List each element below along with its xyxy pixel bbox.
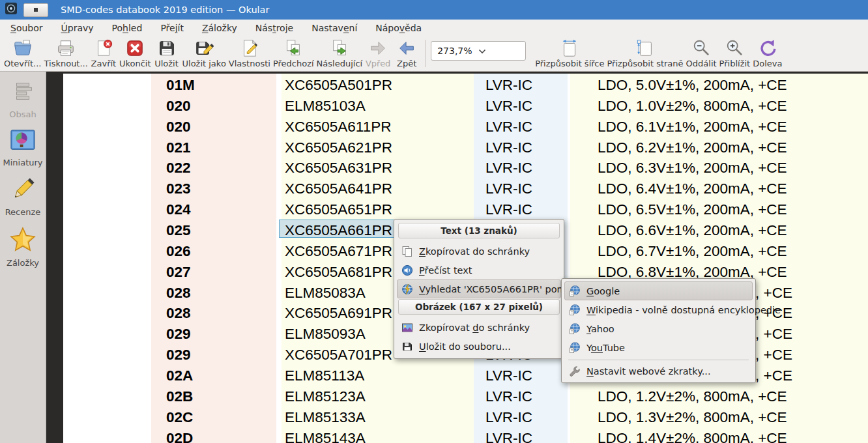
previous-page-button[interactable]: Předchozí <box>272 36 315 68</box>
titlebar-widget-button[interactable] <box>23 3 48 17</box>
fit-page-icon <box>635 38 655 58</box>
zoom-out-icon <box>691 38 711 58</box>
table-row: 01MXC6505A501PRLVR-ICLDO, 5.0V±1%, 200mA… <box>63 75 868 96</box>
save-as-icon <box>194 38 214 58</box>
table-row: 024XC6505A651PRLVR-ICLDO, 6.5V±1%, 200mA… <box>63 199 868 220</box>
chevron-down-icon <box>478 46 519 56</box>
save-image-menu-item[interactable]: Uložit do souboru... <box>397 337 561 356</box>
back-icon <box>397 38 416 58</box>
fit-page-button[interactable]: Přizpůsobit straně <box>605 36 684 68</box>
globe-icon <box>569 304 581 316</box>
sidebar-item-thumbnails[interactable]: Miniatury <box>3 128 42 167</box>
zoom-in-icon <box>725 38 744 58</box>
menu-zalozky[interactable]: Záložky <box>193 21 246 35</box>
contents-icon <box>9 78 36 107</box>
search-with-menu-item[interactable]: Vyhledat 'XC6505A661PR' pomocí › <box>397 279 561 298</box>
context-menu: Text (13 znaků) Zkopírovat do schránky P… <box>394 219 564 359</box>
back-button[interactable]: Zpět <box>392 36 421 68</box>
next-page-button[interactable]: Následující <box>315 36 364 68</box>
zoom-in-button[interactable]: Přiblížit <box>718 36 752 68</box>
wrench-icon <box>569 365 581 377</box>
review-pencil-icon <box>9 176 36 205</box>
forward-button[interactable]: Vpřed <box>364 36 392 68</box>
context-menu-image-header: Obrázek (167 x 27 pixelů) <box>398 299 560 315</box>
toolbar-separator <box>425 40 426 67</box>
menu-upravy[interactable]: Úpravy <box>52 21 103 35</box>
print-button[interactable]: Tisknout... <box>42 36 89 68</box>
sidebar-item-bookmarks[interactable]: Záložky <box>7 225 39 268</box>
save-button[interactable]: Uložit <box>152 36 181 68</box>
context-menu-text-header: Text (13 znaků) <box>398 223 560 238</box>
rotate-left-button[interactable]: Doleva <box>751 36 783 68</box>
menu-prejit[interactable]: Přejít <box>151 21 193 35</box>
copy-image-menu-item[interactable]: Zkopírovat do schránky <box>397 318 561 337</box>
properties-button[interactable]: Vlastnosti <box>227 36 272 68</box>
table-row: 020XC6505A611PRLVR-ICLDO, 6.1V±1%, 200mA… <box>63 117 868 137</box>
close-document-button[interactable]: Zavřít <box>89 36 118 68</box>
zoom-out-button[interactable]: Oddálit <box>685 36 718 68</box>
zoom-level-value: 273,7% <box>437 46 478 56</box>
okular-app-icon <box>5 2 18 18</box>
bookmarks-star-icon <box>8 225 37 256</box>
save-as-button[interactable]: Uložit jako <box>181 36 227 68</box>
web-search-icon <box>401 283 413 295</box>
table-row: 023XC6505A641PRLVR-ICLDO, 6.4V±1%, 200mA… <box>63 179 868 199</box>
table-row: 020ELM85103ALVR-ICLDO, 1.0V±2%, 800mA, +… <box>63 96 868 117</box>
menu-napoveda[interactable]: Nápověda <box>366 21 431 35</box>
globe-icon <box>569 285 581 297</box>
globe-icon <box>569 323 581 335</box>
table-row: 021XC6505A621PRLVR-ICLDO, 6.2V±1%, 200mA… <box>63 137 868 158</box>
search-submenu: Google Wikipedia - volně dostupná encykl… <box>561 278 756 383</box>
search-yahoo-menu-item[interactable]: Yahoo <box>564 319 753 338</box>
search-youtube-menu-item[interactable]: YouTube <box>564 338 753 357</box>
save-file-icon <box>401 341 413 352</box>
menu-pohled[interactable]: Pohled <box>103 21 152 35</box>
sidebar: Obsah Miniatury Recenze Záložky <box>0 72 46 443</box>
sidebar-item-reviews[interactable]: Recenze <box>5 176 41 217</box>
fit-width-icon <box>560 38 579 58</box>
zoom-level-select[interactable]: 273,7% <box>431 41 526 61</box>
titlebar: SMD-codes databook 2019 edition — Okular <box>0 0 868 20</box>
globe-icon <box>569 342 581 354</box>
speaker-icon <box>401 264 413 276</box>
window-title: SMD-codes databook 2019 edition — Okular <box>61 5 269 15</box>
search-wikipedia-menu-item[interactable]: Wikipedia - volně dostupná encyklopedie <box>564 300 753 319</box>
properties-icon <box>240 38 259 58</box>
copy-text-menu-item[interactable]: Zkopírovat do schránky <box>397 242 561 261</box>
open-icon <box>13 38 33 58</box>
toolbar: Otevřít... Tisknout... Zavřít Ukončit Ul… <box>0 36 868 72</box>
table-row: 022XC6505A631PRLVR-ICLDO, 6.3V±1%, 200mA… <box>63 158 868 179</box>
image-icon <box>401 322 413 334</box>
forward-icon <box>368 38 388 58</box>
copy-icon <box>401 246 413 257</box>
print-icon <box>56 38 76 58</box>
previous-page-icon <box>283 38 303 58</box>
save-icon <box>157 38 177 58</box>
search-google-menu-item[interactable]: Google <box>564 281 753 300</box>
quit-icon <box>125 38 145 58</box>
sidebar-item-contents[interactable]: Obsah <box>9 78 36 119</box>
selected-text: XC6505A661PR <box>285 220 392 241</box>
rotate-left-icon <box>758 38 777 58</box>
speak-text-menu-item[interactable]: Přečíst text <box>397 261 561 279</box>
menu-nastaveni[interactable]: Nastavení <box>302 21 366 35</box>
menu-nastroje[interactable]: Nástroje <box>246 21 302 35</box>
menu-soubor[interactable]: Soubor <box>1 21 52 35</box>
fit-width-button[interactable]: Přizpůsobit šířce <box>534 36 605 68</box>
open-button[interactable]: Otevřít... <box>3 36 42 68</box>
quit-button[interactable]: Ukončit <box>118 36 152 68</box>
close-document-icon <box>94 38 113 58</box>
table-row: 02DELM85143ALVR-ICLDO, 1.4V±2%, 800mA, +… <box>63 428 868 443</box>
configure-web-shortcuts-menu-item[interactable]: Nastavit webové zkratky... <box>564 363 753 380</box>
next-page-icon <box>330 38 349 58</box>
thumbnails-icon <box>9 128 36 156</box>
menubar: Soubor Úpravy Pohled Přejít Záložky Nást… <box>0 20 868 36</box>
menu-separator <box>568 360 749 360</box>
table-row: 02BELM85123ALVR-ICLDO, 1.2V±2%, 800mA, +… <box>63 386 868 407</box>
table-row: 02CELM85133ALVR-ICLDO, 1.3V±2%, 800mA, +… <box>63 407 868 428</box>
